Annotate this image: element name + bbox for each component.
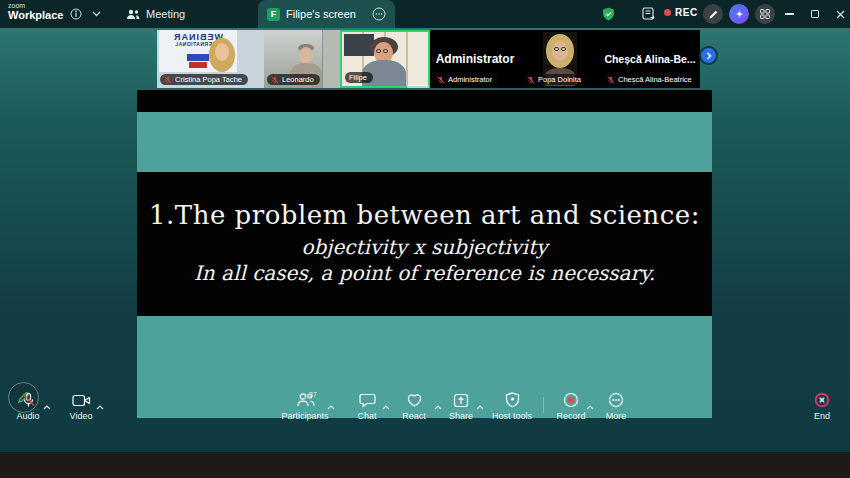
react-label: React bbox=[402, 411, 426, 421]
video-tile-administrator[interactable]: Administrator Administrator bbox=[430, 30, 520, 88]
slide-band-top bbox=[137, 112, 712, 172]
apps-grid-icon bbox=[760, 9, 770, 19]
glasses bbox=[376, 49, 388, 53]
apps-grid-button[interactable] bbox=[755, 4, 775, 24]
video-tile-cristina[interactable]: WEBINAR INTERNATIONAL Cristina Popa Tach… bbox=[157, 30, 264, 88]
video-options-chevron[interactable] bbox=[96, 396, 104, 414]
participants-button[interactable]: Participants 37 bbox=[273, 392, 337, 421]
next-participants-button[interactable] bbox=[699, 46, 718, 65]
host-tools-button[interactable]: Host tools bbox=[480, 392, 544, 421]
name-label: Cheșcă Alina-Beatrice bbox=[603, 74, 698, 85]
host-tools-shield-icon bbox=[505, 392, 520, 408]
restore-button[interactable] bbox=[804, 0, 826, 28]
screen-share-badge: F bbox=[267, 8, 280, 21]
video-tile-leonardo[interactable]: Leonardo bbox=[264, 30, 340, 88]
muted-mic-icon bbox=[437, 76, 445, 84]
end-icon bbox=[814, 392, 830, 408]
participants-options-chevron[interactable] bbox=[327, 396, 335, 414]
more-button[interactable]: More bbox=[584, 392, 648, 421]
chat-label: Chat bbox=[357, 411, 376, 421]
muted-mic-icon bbox=[607, 76, 615, 84]
recording-indicator[interactable]: REC bbox=[664, 7, 698, 18]
tab-meeting[interactable]: Meeting bbox=[118, 0, 193, 28]
name-label: Leonardo bbox=[267, 74, 320, 85]
name-label: Cristina Popa Tache bbox=[160, 74, 248, 85]
slide-subtitle-2: In all cases, a point of reference is ne… bbox=[137, 260, 712, 286]
muted-mic-icon bbox=[271, 76, 279, 84]
rec-label: REC bbox=[675, 7, 698, 18]
end-meeting-button[interactable]: End bbox=[790, 392, 850, 421]
sparkle-icon bbox=[734, 9, 745, 20]
record-icon bbox=[563, 392, 579, 408]
zoom-workplace-window: zoom Workplace Meeting F Filipe's screen… bbox=[0, 0, 850, 478]
people-icon bbox=[126, 9, 140, 20]
heart-icon bbox=[406, 393, 423, 408]
slide-text-block: 1.The problem between art and science: o… bbox=[137, 200, 712, 287]
annotation-pencil-button[interactable] bbox=[703, 4, 723, 24]
camera-icon bbox=[72, 394, 91, 407]
tab-filipes-screen[interactable]: F Filipe's screen bbox=[258, 0, 395, 28]
shared-screen-slide: 1.The problem between art and science: o… bbox=[137, 90, 712, 418]
tab-filipes-screen-label: Filipe's screen bbox=[286, 8, 356, 20]
strip-drag-handle[interactable] bbox=[407, 85, 429, 88]
restore-icon bbox=[811, 10, 819, 18]
video-strip: WEBINAR INTERNATIONAL Cristina Popa Tach… bbox=[157, 30, 700, 88]
notes-icon[interactable] bbox=[642, 7, 655, 21]
muted-mic-icon bbox=[164, 76, 172, 84]
ai-companion-button[interactable] bbox=[729, 4, 749, 24]
chevron-down-icon[interactable] bbox=[92, 11, 101, 17]
host-tools-label: Host tools bbox=[492, 411, 532, 421]
minimize-button[interactable] bbox=[778, 0, 800, 28]
slide-title: 1.The problem between art and science: bbox=[137, 200, 712, 230]
meeting-main-area: WEBINAR INTERNATIONAL Cristina Popa Tach… bbox=[0, 28, 850, 452]
end-label: End bbox=[814, 411, 830, 421]
slide-subtitle-1: objectivity x subjectivity bbox=[137, 234, 712, 260]
audio-label: Audio bbox=[16, 411, 39, 421]
tab-options-icon[interactable] bbox=[372, 7, 386, 21]
video-tile-chesca[interactable]: Cheșcă Alina-Be... Cheșcă Alina-Beatrice bbox=[600, 30, 700, 88]
pencil-icon bbox=[708, 9, 719, 20]
video-label: Video bbox=[70, 411, 93, 421]
minimize-icon bbox=[785, 13, 794, 15]
info-icon[interactable] bbox=[70, 8, 82, 20]
title-bar: zoom Workplace Meeting F Filipe's screen… bbox=[0, 0, 850, 28]
video-tile-filipe-active-speaker[interactable]: Filipe bbox=[340, 30, 430, 88]
muted-mic-icon bbox=[527, 76, 535, 84]
name-label: Filipe bbox=[345, 72, 373, 83]
share-screen-icon bbox=[453, 393, 469, 408]
logo-workplace: Workplace bbox=[8, 10, 63, 21]
participants-label: Participants bbox=[281, 411, 328, 421]
security-shield-icon[interactable] bbox=[602, 7, 615, 21]
more-ellipsis-icon bbox=[608, 392, 624, 408]
chevron-right-icon bbox=[705, 52, 713, 60]
video-tile-popa-doinita[interactable]: Popa Doinița bbox=[520, 30, 600, 88]
close-icon bbox=[836, 10, 845, 19]
participants-count: 37 bbox=[309, 391, 317, 398]
windows-taskbar: 1 Search W Post Attendee - 2 Filipo - cr… bbox=[0, 452, 850, 478]
record-label: Record bbox=[556, 411, 585, 421]
chat-bubble-icon bbox=[359, 393, 376, 408]
mic-muted-icon bbox=[21, 392, 36, 408]
tab-meeting-label: Meeting bbox=[146, 8, 185, 20]
more-label: More bbox=[606, 411, 627, 421]
record-dot-icon bbox=[664, 9, 671, 16]
close-button[interactable] bbox=[829, 0, 850, 28]
zoom-workplace-logo: zoom Workplace bbox=[8, 2, 63, 21]
name-label: Administrator bbox=[433, 74, 498, 85]
share-label: Share bbox=[449, 411, 473, 421]
name-label: Popa Doinița bbox=[523, 74, 587, 85]
logo-zoom: zoom bbox=[8, 2, 63, 9]
video-button[interactable]: Video bbox=[49, 392, 113, 421]
